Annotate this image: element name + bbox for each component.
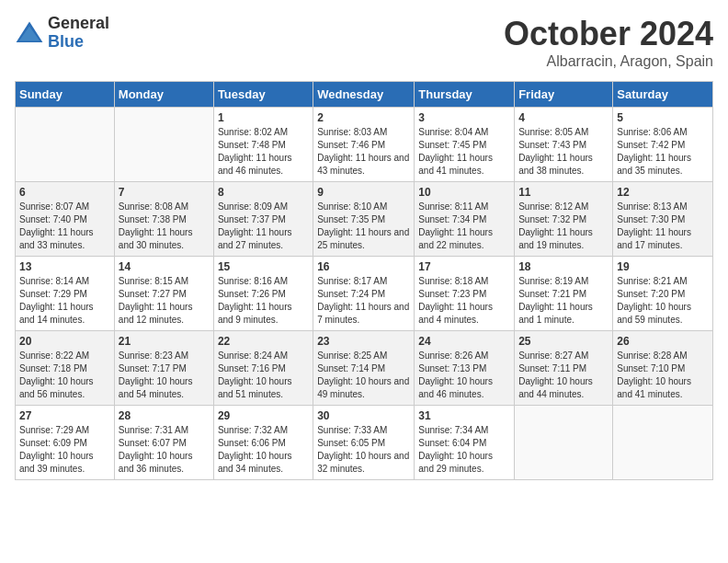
day-number: 30 bbox=[317, 409, 410, 422]
day-detail: Sunrise: 8:27 AM Sunset: 7:11 PM Dayligh… bbox=[518, 350, 609, 401]
day-detail: Sunrise: 8:22 AM Sunset: 7:18 PM Dayligh… bbox=[19, 350, 110, 401]
calendar-cell: 8Sunrise: 8:09 AM Sunset: 7:37 PM Daylig… bbox=[213, 182, 313, 257]
day-detail: Sunrise: 8:26 AM Sunset: 7:13 PM Dayligh… bbox=[418, 350, 510, 401]
calendar-cell: 31Sunrise: 7:34 AM Sunset: 6:04 PM Dayli… bbox=[415, 406, 515, 480]
calendar-cell: 16Sunrise: 8:17 AM Sunset: 7:24 PM Dayli… bbox=[313, 257, 415, 331]
page-header: General Blue October 2024 Albarracin, Ar… bbox=[15, 15, 713, 70]
day-number: 31 bbox=[418, 409, 510, 422]
day-number: 6 bbox=[19, 186, 110, 199]
calendar-cell: 4Sunrise: 8:05 AM Sunset: 7:43 PM Daylig… bbox=[515, 108, 613, 182]
header-monday: Monday bbox=[114, 82, 213, 108]
calendar-cell: 26Sunrise: 8:28 AM Sunset: 7:10 PM Dayli… bbox=[613, 331, 713, 406]
day-number: 3 bbox=[418, 111, 510, 124]
calendar-week-5: 27Sunrise: 7:29 AM Sunset: 6:09 PM Dayli… bbox=[16, 406, 713, 480]
day-detail: Sunrise: 8:21 AM Sunset: 7:20 PM Dayligh… bbox=[617, 275, 709, 327]
calendar-cell: 20Sunrise: 8:22 AM Sunset: 7:18 PM Dayli… bbox=[16, 331, 115, 406]
logo-blue: Blue bbox=[48, 33, 109, 52]
day-number: 11 bbox=[518, 186, 609, 199]
calendar-cell: 12Sunrise: 8:13 AM Sunset: 7:30 PM Dayli… bbox=[613, 182, 713, 257]
day-number: 29 bbox=[218, 409, 309, 422]
calendar-cell: 2Sunrise: 8:03 AM Sunset: 7:46 PM Daylig… bbox=[313, 108, 415, 182]
calendar-body: 1Sunrise: 8:02 AM Sunset: 7:48 PM Daylig… bbox=[16, 108, 713, 480]
day-detail: Sunrise: 8:23 AM Sunset: 7:17 PM Dayligh… bbox=[119, 350, 210, 401]
day-detail: Sunrise: 7:33 AM Sunset: 6:05 PM Dayligh… bbox=[317, 424, 410, 476]
day-detail: Sunrise: 7:34 AM Sunset: 6:04 PM Dayligh… bbox=[418, 424, 510, 476]
day-number: 15 bbox=[218, 260, 309, 273]
day-number: 7 bbox=[119, 186, 210, 199]
day-number: 13 bbox=[19, 260, 110, 273]
day-number: 27 bbox=[19, 409, 110, 422]
day-number: 25 bbox=[518, 335, 609, 348]
day-number: 5 bbox=[617, 111, 709, 124]
day-detail: Sunrise: 8:18 AM Sunset: 7:23 PM Dayligh… bbox=[418, 275, 510, 327]
calendar-week-3: 13Sunrise: 8:14 AM Sunset: 7:29 PM Dayli… bbox=[16, 257, 713, 331]
calendar-cell: 17Sunrise: 8:18 AM Sunset: 7:23 PM Dayli… bbox=[415, 257, 515, 331]
day-number: 20 bbox=[19, 335, 110, 348]
location: Albarracin, Aragon, Spain bbox=[504, 53, 713, 70]
day-detail: Sunrise: 8:15 AM Sunset: 7:27 PM Dayligh… bbox=[119, 275, 210, 327]
day-number: 23 bbox=[317, 335, 410, 348]
calendar-cell: 24Sunrise: 8:26 AM Sunset: 7:13 PM Dayli… bbox=[415, 331, 515, 406]
logo: General Blue bbox=[15, 15, 109, 52]
day-number: 16 bbox=[317, 260, 410, 273]
header-saturday: Saturday bbox=[613, 82, 713, 108]
header-friday: Friday bbox=[515, 82, 613, 108]
day-number: 24 bbox=[418, 335, 510, 348]
logo-text: General Blue bbox=[48, 15, 109, 52]
day-number: 9 bbox=[317, 186, 410, 199]
day-number: 1 bbox=[218, 111, 309, 124]
day-detail: Sunrise: 8:16 AM Sunset: 7:26 PM Dayligh… bbox=[218, 275, 309, 327]
calendar-week-2: 6Sunrise: 8:07 AM Sunset: 7:40 PM Daylig… bbox=[16, 182, 713, 257]
logo-general: General bbox=[48, 15, 109, 33]
day-detail: Sunrise: 8:03 AM Sunset: 7:46 PM Dayligh… bbox=[317, 126, 410, 178]
calendar-cell: 19Sunrise: 8:21 AM Sunset: 7:20 PM Dayli… bbox=[613, 257, 713, 331]
day-number: 21 bbox=[119, 335, 210, 348]
calendar-cell: 23Sunrise: 8:25 AM Sunset: 7:14 PM Dayli… bbox=[313, 331, 415, 406]
calendar-cell: 3Sunrise: 8:04 AM Sunset: 7:45 PM Daylig… bbox=[415, 108, 515, 182]
day-detail: Sunrise: 8:07 AM Sunset: 7:40 PM Dayligh… bbox=[19, 201, 110, 252]
calendar-header-row: SundayMondayTuesdayWednesdayThursdayFrid… bbox=[16, 82, 713, 108]
calendar-cell: 22Sunrise: 8:24 AM Sunset: 7:16 PM Dayli… bbox=[213, 331, 313, 406]
calendar-cell: 9Sunrise: 8:10 AM Sunset: 7:35 PM Daylig… bbox=[313, 182, 415, 257]
day-number: 18 bbox=[518, 260, 609, 273]
day-detail: Sunrise: 8:19 AM Sunset: 7:21 PM Dayligh… bbox=[518, 275, 609, 327]
calendar-week-4: 20Sunrise: 8:22 AM Sunset: 7:18 PM Dayli… bbox=[16, 331, 713, 406]
calendar-cell: 10Sunrise: 8:11 AM Sunset: 7:34 PM Dayli… bbox=[415, 182, 515, 257]
day-detail: Sunrise: 8:09 AM Sunset: 7:37 PM Dayligh… bbox=[218, 201, 309, 252]
day-detail: Sunrise: 7:32 AM Sunset: 6:06 PM Dayligh… bbox=[218, 424, 309, 476]
day-detail: Sunrise: 8:14 AM Sunset: 7:29 PM Dayligh… bbox=[19, 275, 110, 327]
day-detail: Sunrise: 8:11 AM Sunset: 7:34 PM Dayligh… bbox=[418, 201, 510, 252]
day-detail: Sunrise: 8:10 AM Sunset: 7:35 PM Dayligh… bbox=[317, 201, 410, 252]
day-detail: Sunrise: 7:29 AM Sunset: 6:09 PM Dayligh… bbox=[19, 424, 110, 476]
day-number: 14 bbox=[119, 260, 210, 273]
calendar-cell bbox=[114, 108, 213, 182]
calendar-cell: 14Sunrise: 8:15 AM Sunset: 7:27 PM Dayli… bbox=[114, 257, 213, 331]
calendar-cell: 21Sunrise: 8:23 AM Sunset: 7:17 PM Dayli… bbox=[114, 331, 213, 406]
calendar-cell: 13Sunrise: 8:14 AM Sunset: 7:29 PM Dayli… bbox=[16, 257, 115, 331]
month-title: October 2024 bbox=[504, 15, 713, 53]
day-detail: Sunrise: 7:31 AM Sunset: 6:07 PM Dayligh… bbox=[119, 424, 210, 476]
header-wednesday: Wednesday bbox=[313, 82, 415, 108]
calendar-cell: 15Sunrise: 8:16 AM Sunset: 7:26 PM Dayli… bbox=[213, 257, 313, 331]
day-detail: Sunrise: 8:12 AM Sunset: 7:32 PM Dayligh… bbox=[518, 201, 609, 252]
day-detail: Sunrise: 8:05 AM Sunset: 7:43 PM Dayligh… bbox=[518, 126, 609, 178]
calendar-cell: 27Sunrise: 7:29 AM Sunset: 6:09 PM Dayli… bbox=[16, 406, 115, 480]
calendar-cell bbox=[515, 406, 613, 480]
day-detail: Sunrise: 8:08 AM Sunset: 7:38 PM Dayligh… bbox=[119, 201, 210, 252]
calendar-cell: 28Sunrise: 7:31 AM Sunset: 6:07 PM Dayli… bbox=[114, 406, 213, 480]
day-number: 8 bbox=[218, 186, 309, 199]
day-number: 12 bbox=[617, 186, 709, 199]
calendar-cell bbox=[613, 406, 713, 480]
calendar-cell: 1Sunrise: 8:02 AM Sunset: 7:48 PM Daylig… bbox=[213, 108, 313, 182]
day-detail: Sunrise: 8:24 AM Sunset: 7:16 PM Dayligh… bbox=[218, 350, 309, 401]
day-number: 4 bbox=[518, 111, 609, 124]
calendar-cell: 18Sunrise: 8:19 AM Sunset: 7:21 PM Dayli… bbox=[515, 257, 613, 331]
title-block: October 2024 Albarracin, Aragon, Spain bbox=[504, 15, 713, 70]
header-tuesday: Tuesday bbox=[213, 82, 313, 108]
day-detail: Sunrise: 8:17 AM Sunset: 7:24 PM Dayligh… bbox=[317, 275, 410, 327]
calendar-cell: 30Sunrise: 7:33 AM Sunset: 6:05 PM Dayli… bbox=[313, 406, 415, 480]
calendar-week-1: 1Sunrise: 8:02 AM Sunset: 7:48 PM Daylig… bbox=[16, 108, 713, 182]
header-sunday: Sunday bbox=[16, 82, 115, 108]
calendar-cell: 11Sunrise: 8:12 AM Sunset: 7:32 PM Dayli… bbox=[515, 182, 613, 257]
calendar-cell: 5Sunrise: 8:06 AM Sunset: 7:42 PM Daylig… bbox=[613, 108, 713, 182]
